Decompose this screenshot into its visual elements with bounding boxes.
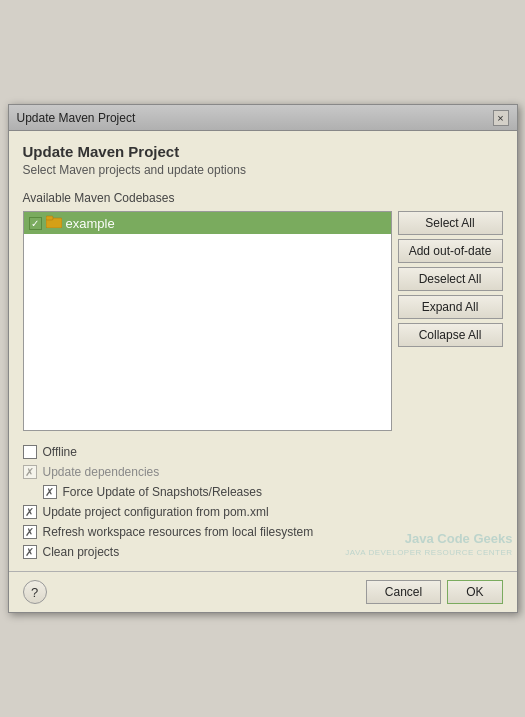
- clean-projects-checkbox[interactable]: [23, 545, 37, 559]
- update-deps-option: Update dependencies: [23, 465, 503, 479]
- offline-checkbox[interactable]: [23, 445, 37, 459]
- expand-all-button[interactable]: Expand All: [398, 295, 503, 319]
- item-label: example: [66, 216, 115, 231]
- list-item[interactable]: example: [24, 212, 391, 234]
- help-button[interactable]: ?: [23, 580, 47, 604]
- refresh-workspace-option: Refresh workspace resources from local f…: [23, 525, 503, 539]
- options-section: Offline Update dependencies Force Update…: [23, 445, 503, 559]
- dialog-footer: ? Cancel OK: [9, 571, 517, 612]
- folder-icon: [46, 215, 62, 231]
- refresh-workspace-label: Refresh workspace resources from local f…: [43, 525, 314, 539]
- add-out-of-date-button[interactable]: Add out-of-date: [398, 239, 503, 263]
- select-all-button[interactable]: Select All: [398, 211, 503, 235]
- title-bar: Update Maven Project ×: [9, 105, 517, 131]
- update-config-checkbox[interactable]: [23, 505, 37, 519]
- force-update-checkbox[interactable]: [43, 485, 57, 499]
- dialog-body: Update Maven Project Select Maven projec…: [9, 131, 517, 571]
- deselect-all-button[interactable]: Deselect All: [398, 267, 503, 291]
- item-checkbox[interactable]: [29, 217, 42, 230]
- title-bar-text: Update Maven Project: [17, 111, 136, 125]
- codebases-row: example Select All Add out-of-date Desel…: [23, 211, 503, 431]
- clean-projects-label: Clean projects: [43, 545, 120, 559]
- clean-projects-option: Clean projects: [23, 545, 503, 559]
- force-update-option: Force Update of Snapshots/Releases: [43, 485, 503, 499]
- dialog-subtitle: Select Maven projects and update options: [23, 163, 503, 177]
- update-maven-dialog: Update Maven Project × Update Maven Proj…: [8, 104, 518, 613]
- footer-buttons: Cancel OK: [366, 580, 503, 604]
- update-config-label: Update project configuration from pom.xm…: [43, 505, 269, 519]
- update-deps-checkbox[interactable]: [23, 465, 37, 479]
- cancel-button[interactable]: Cancel: [366, 580, 441, 604]
- ok-button[interactable]: OK: [447, 580, 502, 604]
- force-update-label: Force Update of Snapshots/Releases: [63, 485, 262, 499]
- update-config-option: Update project configuration from pom.xm…: [23, 505, 503, 519]
- codebases-section-label: Available Maven Codebases: [23, 191, 503, 205]
- collapse-all-button[interactable]: Collapse All: [398, 323, 503, 347]
- dialog-title: Update Maven Project: [23, 143, 503, 160]
- svg-rect-1: [46, 216, 53, 220]
- offline-option: Offline: [23, 445, 503, 459]
- close-button[interactable]: ×: [493, 110, 509, 126]
- codebases-list[interactable]: example: [23, 211, 392, 431]
- offline-label: Offline: [43, 445, 77, 459]
- action-buttons: Select All Add out-of-date Deselect All …: [398, 211, 503, 431]
- update-deps-label: Update dependencies: [43, 465, 160, 479]
- refresh-workspace-checkbox[interactable]: [23, 525, 37, 539]
